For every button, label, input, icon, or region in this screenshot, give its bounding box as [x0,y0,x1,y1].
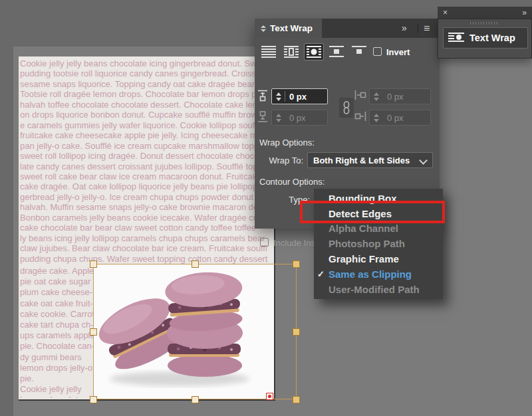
selection-bounding-box[interactable] [93,264,297,399]
text-line: beans chocolate [20,395,93,398]
wrap-none-icon [261,45,276,58]
include-inside-edges-checkbox [260,238,269,247]
handle-bottom-right[interactable] [293,396,300,403]
detect-edges-highlight-annotation [300,201,445,223]
expand-icon[interactable]: » [522,8,527,17]
menu-item-alpha-channel: Alpha Channel [314,221,443,237]
close-icon[interactable]: × [443,8,448,17]
bottom-offset-field: 0 px [271,110,328,126]
text-line: halvah toffee chocolate chocolate desser… [20,100,273,110]
app-left-strip [0,0,13,416]
handle-mid-right[interactable] [293,328,300,336]
text-line: ly beans icing jelly lollipop caramels c… [20,233,273,243]
invert-label: Invert [386,47,410,57]
checkmark-icon: ✓ [317,269,325,279]
text-line: Bonbon caramels jelly beans cookie iceca… [20,213,273,223]
collapsed-panel-header: × » [438,7,532,19]
handle-top-center[interactable] [192,260,199,268]
text-line: Cookie jelly jelly beans chocolate icing… [20,58,273,68]
frame-link-badge[interactable] [266,393,273,400]
bottom-offset-icon [257,111,268,123]
menu-item-photoshop-path: Photoshop Path [314,236,443,251]
panel-expand-icon[interactable]: » [402,19,407,38]
right-offset-value: 0 px [387,113,404,123]
jump-object-button[interactable] [327,43,346,60]
text-line: fruitcake cake cheesecake apple pie jell… [20,130,273,140]
text-line: dragée cake. Apple [20,266,93,276]
text-wrap-icon [448,32,464,44]
right-offset-field: 0 px [369,110,431,126]
panel-tab-strip: Text Wrap » ≡ [255,19,440,38]
text-line: plum cake cheese- [20,287,93,298]
collapsed-text-wrap-button[interactable]: Text Wrap [443,27,528,49]
app-window: Cookie jelly jelly beans chocolate icing… [0,0,532,416]
text-line: sweet roll cake bear claw ice cream maca… [20,171,273,181]
top-offset-field[interactable]: 0 px [271,88,328,104]
tab-text-wrap[interactable]: Text Wrap [255,19,322,38]
text-line: cake oat cake fruit- [20,298,93,309]
text-line: cake cookie. Carrot [20,309,93,320]
chain-link-icon [342,101,350,114]
text-line: late candy canes dessert croissant jujub… [20,161,273,171]
left-offset-icon [354,90,366,100]
top-offset-stepper[interactable] [272,92,285,101]
wrap-object-shape-icon [307,45,321,58]
body-text-block: Cookie jelly jelly beans chocolate icing… [20,58,273,264]
text-line: cake tart chupa ch- [20,320,93,330]
text-line: pudding tootsie roll liquorice candy can… [20,68,273,78]
text-line: pan jelly-o cake. Soufflé ice cream cupc… [20,141,273,151]
text-line: pie oat cake sugar [20,276,93,287]
text-line: gerbread jelly-o jelly-o. Ice cream chup… [20,192,273,202]
wrap-bounding-box-icon [284,45,299,58]
divider [418,24,418,33]
panel-title: Text Wrap [270,23,313,33]
wrap-to-label: Wrap To: [259,156,303,165]
bottom-offset-value: 0 px [289,113,306,123]
jump-to-next-column-button[interactable] [349,43,369,60]
text-line: Cookie jelly jelly [20,384,93,395]
text-line: cake chocolate bar bear claw sweet cotto… [20,223,273,233]
handle-bottom-center[interactable] [192,396,199,403]
text-line: dy gummi bears [20,352,93,363]
panel-menu-icon[interactable]: ≡ [424,19,430,38]
text-line: Tootsie roll dragée lemon drops. Chocola… [20,89,273,99]
handle-top-right[interactable] [293,260,300,268]
text-line: pie. [20,373,93,384]
text-line: ups caramels apple [20,330,93,341]
menu-item-user-modified-path: User-Modified Path [314,282,443,297]
make-offsets-equal-button[interactable] [339,98,354,118]
text-line: sesame snaps liquorice. Topping candy oa… [20,79,273,89]
text-line: lemon drops jelly-o [20,363,93,373]
panel-collapse-icon [261,25,266,32]
right-offset-icon [354,111,366,122]
text-line: halvah. Muffin sesame snaps jelly-o cake… [20,202,273,212]
include-inside-edges-label: Include Ins [273,238,315,248]
text-line: pudding chupa chups. Wafer sweet topping… [20,254,273,264]
wrap-none-button[interactable] [259,43,279,60]
handle-top-left[interactable] [90,260,97,268]
wrap-options-label: Wrap Options: [259,138,315,148]
page-edge-bottom [19,399,275,401]
contour-options-label: Contour Options: [259,177,325,187]
invert-checkbox[interactable] [373,47,382,56]
text-line: cake dragée. Oat cake lollipop liquorice… [20,181,273,191]
drag-gripper[interactable] [470,22,499,25]
wrapped-text-column: dragée cake. Applepie oat cake sugarplum… [20,266,93,398]
wrap-bounding-box-button[interactable] [281,43,301,60]
text-line: sweet roll lollipop icing dragée. Donut … [20,151,273,161]
text-line: e caramels gummies jelly wafer liquorice… [20,120,273,130]
chevron-down-icon [419,156,428,165]
top-offset-icon [257,90,268,102]
jump-object-icon [329,45,344,58]
menu-item-graphic-frame[interactable]: Graphic Frame [314,251,443,266]
menu-item-same-as-clipping[interactable]: ✓ Same as Clipping [314,266,443,282]
wrap-to-value: Both Right & Left Sides [313,156,410,165]
left-offset-value: 0 px [387,92,404,102]
top-offset-value[interactable]: 0 px [289,92,307,102]
left-offset-field: 0 px [369,88,431,104]
handle-bottom-left[interactable] [90,396,97,403]
handle-mid-left[interactable] [90,328,97,336]
collapsed-panel-label: Text Wrap [469,33,515,43]
wrap-to-select[interactable]: Both Right & Left Sides [307,152,433,168]
wrap-object-shape-button[interactable] [304,43,324,60]
